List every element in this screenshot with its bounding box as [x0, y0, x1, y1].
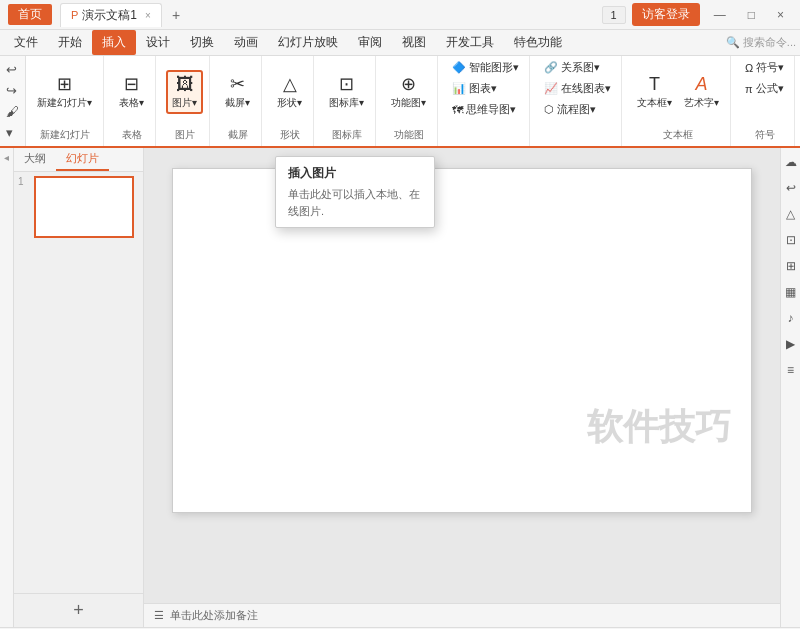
tab-icon: P — [71, 9, 78, 21]
group-label-image: 图片 — [175, 126, 195, 144]
ribbon-group-symbol: Ω符号▾ π公式▾ 符号 — [735, 56, 795, 146]
note-icon: ☰ — [154, 609, 164, 622]
relation-icon: 🔗 — [544, 61, 558, 74]
rt-layout-button[interactable]: ⊞ — [783, 256, 799, 276]
document-tab[interactable]: P 演示文稿1 × — [60, 3, 162, 27]
rt-menu-button[interactable]: ≡ — [784, 360, 797, 380]
formula-icon: π — [745, 83, 753, 95]
smart-graphic-button[interactable]: 🔷智能图形▾ — [448, 58, 523, 77]
rt-undo-button[interactable]: ↩ — [783, 178, 799, 198]
table-items: ⊟ 表格▾ — [114, 58, 149, 126]
tooltip-title: 插入图片 — [288, 165, 422, 182]
title-bar: 首页 P 演示文稿1 × + 1 访客登录 — □ × — [0, 0, 800, 30]
iconlib-button[interactable]: ⊡ 图标库▾ — [324, 71, 369, 114]
formula-button[interactable]: π公式▾ — [741, 79, 788, 98]
ribbon-group-funcimg: ⊕ 功能图▾ 功能图 — [380, 56, 438, 146]
slides-tab[interactable]: 幻灯片 — [56, 148, 109, 171]
window-close-button[interactable]: × — [769, 6, 792, 24]
arttext-button[interactable]: A 艺术字▾ — [679, 71, 724, 114]
rt-grid-button[interactable]: ⊡ — [783, 230, 799, 250]
canvas-note-bar: ☰ 单击此处添加备注 — [144, 603, 780, 627]
ribbon-tab-file[interactable]: 文件 — [4, 30, 48, 55]
ribbon-group-iconlib: ⊡ 图标库▾ 图标库 — [318, 56, 376, 146]
outline-tab[interactable]: 大纲 — [14, 148, 56, 171]
relation-button[interactable]: 🔗关系图▾ — [540, 58, 615, 77]
chart-icon: 📊 — [452, 82, 466, 95]
ribbon-group-text: T 文本框▾ A 艺术字▾ 文本框 — [626, 56, 731, 146]
slide-canvas[interactable]: 软件技巧 — [172, 168, 752, 513]
ribbon-tab-design[interactable]: 设计 — [136, 30, 180, 55]
ribbon-group-screenshot: ✂ 截屏▾ 截屏 — [214, 56, 262, 146]
cloud-button[interactable]: ☁ — [782, 152, 800, 172]
ribbon-group-shape: △ 形状▾ 形状 — [266, 56, 314, 146]
ribbon-tab-home[interactable]: 开始 — [48, 30, 92, 55]
iconlib-icon: ⊡ — [339, 74, 354, 96]
ribbon-tab-insert[interactable]: 插入 — [92, 30, 136, 55]
ribbon-group-smart: 🔷智能图形▾ 📊图表▾ 🗺思维导图▾ — [442, 56, 530, 146]
minimize-button[interactable]: — — [706, 6, 734, 24]
rt-audio-button[interactable]: ♪ — [785, 308, 797, 328]
chart-button[interactable]: 📊图表▾ — [448, 79, 523, 98]
canvas-scroll: 软件技巧 — [144, 148, 780, 603]
new-slide-button[interactable]: ⊞ 新建幻灯片▾ — [32, 71, 97, 114]
group-label-newslide: 新建幻灯片 — [40, 126, 90, 144]
search-box[interactable]: 🔍 搜索命令... — [726, 35, 796, 50]
ribbon-tab-devtools[interactable]: 开发工具 — [436, 30, 504, 55]
add-slide-button[interactable]: + — [14, 593, 143, 627]
format-paint-button[interactable]: 🖌 — [2, 102, 23, 121]
screenshot-button[interactable]: ✂ 截屏▾ — [220, 71, 255, 114]
funcimg-icon: ⊕ — [401, 74, 416, 96]
user-badge: 1 — [602, 6, 626, 24]
newslide-items: ⊞ 新建幻灯片▾ — [32, 58, 97, 126]
symbol-button[interactable]: Ω符号▾ — [741, 58, 788, 77]
ribbon-tab-slideshow[interactable]: 幻灯片放映 — [268, 30, 348, 55]
funcimg-button[interactable]: ⊕ 功能图▾ — [386, 71, 431, 114]
ribbon-toolbar: ↩ ↪ 🖌 ▾ ⊞ 新建幻灯片▾ 新建幻灯片 ⊟ 表格▾ 表格 � — [0, 56, 800, 148]
flowchart-button[interactable]: ⬡流程图▾ — [540, 100, 615, 119]
undo-button[interactable]: ↩ — [2, 60, 21, 79]
ribbon-tab-transition[interactable]: 切换 — [180, 30, 224, 55]
tab-label: 演示文稿1 — [82, 7, 137, 24]
ribbon-group-image: 🖼 图片▾ 图片 插入图片 单击此处可以插入本地、在线图片. — [160, 56, 210, 146]
image-items: 🖼 图片▾ — [166, 58, 203, 126]
add-tab-button[interactable]: + — [164, 4, 188, 26]
redo-button[interactable]: ↪ — [2, 81, 21, 100]
image-label: 图片▾ — [172, 96, 197, 110]
ribbon-tab-view[interactable]: 视图 — [392, 30, 436, 55]
quick-access-toolbar: ↩ ↪ 🖌 ▾ — [0, 56, 26, 146]
maximize-button[interactable]: □ — [740, 6, 763, 24]
slides-list: 1 — [14, 172, 143, 593]
ribbon-group-table: ⊟ 表格▾ 表格 — [108, 56, 156, 146]
slide-thumb-image-1 — [34, 176, 134, 238]
title-bar-right: 1 访客登录 — □ × — [602, 3, 792, 26]
textbox-button[interactable]: T 文本框▾ — [632, 71, 677, 114]
shape-button[interactable]: △ 形状▾ — [272, 71, 307, 114]
close-tab-icon[interactable]: × — [145, 10, 151, 21]
mindmap-button[interactable]: 🗺思维导图▾ — [448, 100, 523, 119]
canvas-area: 软件技巧 ☰ 单击此处添加备注 — [144, 148, 780, 627]
newslide-icon: ⊞ — [57, 74, 72, 96]
smart-icon: 🔷 — [452, 61, 466, 74]
tab-area: P 演示文稿1 × + — [60, 3, 602, 27]
ribbon-tab-review[interactable]: 审阅 — [348, 30, 392, 55]
ribbon-tab-animation[interactable]: 动画 — [224, 30, 268, 55]
online-chart-button[interactable]: 📈在线图表▾ — [540, 79, 615, 98]
table-button[interactable]: ⊟ 表格▾ — [114, 71, 149, 114]
more-quick-button[interactable]: ▾ — [2, 123, 17, 142]
login-button[interactable]: 访客登录 — [632, 3, 700, 26]
note-text[interactable]: 单击此处添加备注 — [170, 608, 258, 623]
rt-table-button[interactable]: ▦ — [782, 282, 799, 302]
slide-panel-tabs: 大纲 幻灯片 — [14, 148, 143, 172]
slide-thumbnail-1[interactable]: 1 — [18, 176, 139, 238]
slide-panel: 大纲 幻灯片 1 + — [14, 148, 144, 627]
slide-number-1: 1 — [18, 176, 30, 187]
rt-triangle-button[interactable]: △ — [783, 204, 798, 224]
ribbon-tab-features[interactable]: 特色功能 — [504, 30, 572, 55]
panel-arrow-icon: ◂ — [4, 152, 9, 163]
arttext-icon: A — [695, 74, 707, 96]
image-button[interactable]: 🖼 图片▾ — [166, 70, 203, 115]
rt-play-button[interactable]: ▶ — [783, 334, 798, 354]
left-panel-collapse[interactable]: ◂ — [0, 148, 14, 627]
mindmap-icon: 🗺 — [452, 104, 463, 116]
home-button[interactable]: 首页 — [8, 4, 52, 25]
